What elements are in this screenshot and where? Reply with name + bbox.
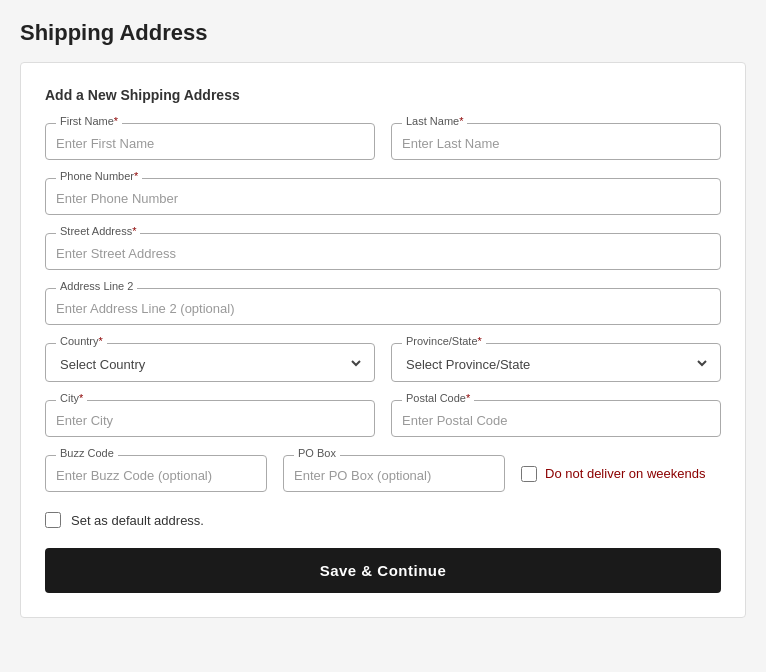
street-address-group: Street Address*	[45, 233, 721, 270]
page-title: Shipping Address	[20, 20, 746, 46]
do-not-deliver-group: Do not deliver on weekends	[521, 466, 721, 482]
default-address-label[interactable]: Set as default address.	[71, 513, 204, 528]
buzz-code-input[interactable]	[56, 464, 256, 485]
buzz-code-group: Buzz Code	[45, 455, 267, 492]
country-province-row: Country* Select Country Canada United St…	[45, 343, 721, 382]
city-postal-row: City* Postal Code*	[45, 400, 721, 437]
postal-code-group: Postal Code*	[391, 400, 721, 437]
card-subtitle: Add a New Shipping Address	[45, 87, 721, 103]
save-continue-button[interactable]: Save & Continue	[45, 548, 721, 593]
phone-row: Phone Number*	[45, 178, 721, 215]
street-address-input[interactable]	[56, 242, 710, 263]
country-select[interactable]: Select Country Canada United States Unit…	[56, 352, 364, 375]
country-group: Country* Select Country Canada United St…	[45, 343, 375, 382]
street-address-row: Street Address*	[45, 233, 721, 270]
province-state-select[interactable]: Select Province/State Ontario Quebec Bri…	[402, 352, 710, 375]
address-line2-group: Address Line 2	[45, 288, 721, 325]
shipping-address-card: Add a New Shipping Address First Name* L…	[20, 62, 746, 618]
street-address-label: Street Address*	[56, 225, 140, 237]
last-name-input[interactable]	[402, 132, 710, 153]
po-box-group: PO Box	[283, 455, 505, 492]
last-name-group: Last Name*	[391, 123, 721, 160]
first-name-group: First Name*	[45, 123, 375, 160]
address-line2-input[interactable]	[56, 297, 710, 318]
first-name-input[interactable]	[56, 132, 364, 153]
city-input[interactable]	[56, 409, 364, 430]
phone-number-group: Phone Number*	[45, 178, 721, 215]
province-state-label: Province/State*	[402, 335, 486, 347]
buzz-po-row: Buzz Code PO Box Do not deliver on weeke…	[45, 455, 721, 492]
buzz-code-label: Buzz Code	[56, 447, 118, 459]
default-address-checkbox[interactable]	[45, 512, 61, 528]
address-line2-row: Address Line 2	[45, 288, 721, 325]
po-box-input[interactable]	[294, 464, 494, 485]
do-not-deliver-checkbox[interactable]	[521, 466, 537, 482]
province-state-group: Province/State* Select Province/State On…	[391, 343, 721, 382]
city-label: City*	[56, 392, 87, 404]
postal-code-input[interactable]	[402, 409, 710, 430]
city-group: City*	[45, 400, 375, 437]
first-name-label: First Name*	[56, 115, 122, 127]
name-row: First Name* Last Name*	[45, 123, 721, 160]
po-box-label: PO Box	[294, 447, 340, 459]
postal-code-label: Postal Code*	[402, 392, 474, 404]
address-line2-label: Address Line 2	[56, 280, 137, 292]
phone-number-input[interactable]	[56, 187, 710, 208]
do-not-deliver-label[interactable]: Do not deliver on weekends	[545, 466, 705, 481]
phone-number-label: Phone Number*	[56, 170, 142, 182]
default-address-row: Set as default address.	[45, 512, 721, 528]
country-label: Country*	[56, 335, 107, 347]
last-name-label: Last Name*	[402, 115, 467, 127]
